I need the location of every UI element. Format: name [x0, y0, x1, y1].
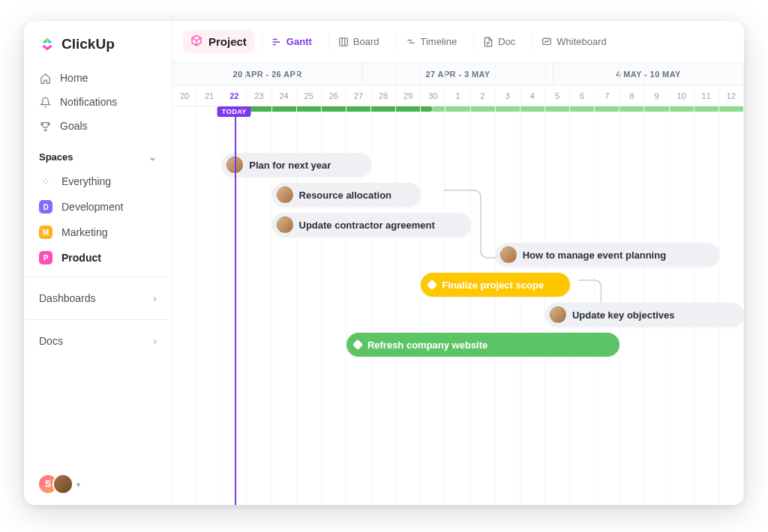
sidebar: ClickUp Home Notifications Goals Spaces …: [24, 21, 172, 505]
day-cell: 1: [446, 85, 470, 106]
task-label: Finalize project scope: [442, 279, 544, 291]
task-bar[interactable]: How to manage event planning: [496, 243, 719, 267]
sidebar-item-product[interactable]: P Product: [24, 245, 172, 270]
doc-icon: [483, 37, 494, 47]
sidebar-item-marketing[interactable]: M Marketing: [24, 220, 172, 245]
range-label: 20 APR - 26 APR: [172, 63, 363, 85]
range-label: 27 APR - 3 MAY: [363, 63, 554, 85]
task-label: Update key objectives: [572, 309, 675, 321]
day-cell: 9: [644, 85, 669, 106]
chevron-down-icon: ▾: [76, 480, 80, 489]
spaces-label: Spaces: [39, 151, 74, 163]
milestone-icon: [352, 339, 363, 350]
assignee-avatar: [500, 247, 517, 263]
day-cell: 24: [272, 85, 297, 106]
trophy-icon: [39, 120, 51, 132]
day-cell: 30: [421, 85, 446, 106]
topbar: Project Gantt Board Timeline Doc Whitebo…: [172, 21, 744, 63]
section-label: Docs: [39, 335, 63, 347]
day-cell: 2: [471, 85, 496, 106]
tab-label: Gantt: [286, 36, 312, 47]
task-bar[interactable]: Resource allocation: [272, 183, 422, 207]
today-badge: TODAY: [218, 106, 251, 117]
today-marker: [235, 106, 236, 505]
day-cell: 5: [545, 85, 570, 106]
day-cell: 23: [247, 85, 272, 106]
whiteboard-icon: [542, 37, 552, 47]
svg-rect-0: [340, 37, 348, 46]
main-panel: Project Gantt Board Timeline Doc Whitebo…: [172, 21, 744, 505]
nav-goals[interactable]: Goals: [24, 114, 172, 138]
app-window: ClickUp Home Notifications Goals Spaces …: [24, 21, 744, 505]
date-range-header: 20 APR - 26 APR 27 APR - 3 MAY 4 MAY - 1…: [172, 63, 744, 85]
nav-label: Notifications: [60, 96, 117, 108]
view-tab-board[interactable]: Board: [328, 31, 388, 52]
space-badge: M: [39, 226, 52, 239]
avatar: [52, 474, 74, 495]
progress-strip: [172, 106, 744, 112]
view-tab-whiteboard[interactable]: Whiteboard: [532, 31, 615, 52]
task-label: Refresh company website: [368, 339, 488, 351]
chevron-right-icon: ›: [153, 292, 157, 304]
user-avatars[interactable]: S ▾: [38, 474, 80, 495]
tab-label: Whiteboard: [556, 36, 606, 47]
project-title[interactable]: Project: [183, 30, 254, 53]
chevron-right-icon: ›: [153, 335, 157, 347]
task-label: Plan for next year: [249, 160, 331, 171]
home-icon: [39, 72, 51, 84]
space-badge: D: [39, 200, 52, 214]
logo-icon: [39, 36, 56, 52]
view-tab-timeline[interactable]: Timeline: [396, 31, 466, 52]
nav-label: Home: [60, 72, 88, 84]
task-bar[interactable]: Plan for next year: [222, 153, 371, 177]
project-label: Project: [208, 35, 247, 48]
day-cell: 11: [694, 85, 719, 106]
day-cell: 7: [595, 85, 620, 106]
task-bar[interactable]: Update key objectives: [545, 303, 744, 327]
day-cell: 20: [172, 85, 197, 106]
day-cell: 25: [297, 85, 322, 106]
day-header-row: 202122TODAY23242526272829301234567891011…: [172, 85, 744, 106]
sidebar-item-dashboards[interactable]: Dashboards ›: [24, 283, 172, 313]
nav-notifications[interactable]: Notifications: [24, 90, 172, 114]
view-tab-gantt[interactable]: Gantt: [262, 31, 321, 52]
day-cell: 29: [396, 85, 421, 106]
day-cell: 22TODAY: [222, 85, 247, 106]
sidebar-item-everything[interactable]: ⁘ Everything: [24, 169, 172, 194]
tab-label: Doc: [498, 36, 515, 47]
day-cell: 26: [322, 85, 346, 106]
timeline-icon: [406, 37, 416, 47]
assignee-avatar: [277, 187, 293, 203]
gantt-chart: 20 APR - 26 APR 27 APR - 3 MAY 4 MAY - 1…: [172, 63, 744, 505]
board-icon: [338, 37, 349, 47]
bell-icon: [39, 96, 51, 108]
cube-icon: [190, 34, 202, 49]
task-bar[interactable]: Finalize project scope: [421, 273, 570, 297]
task-bar[interactable]: Update contractor agreement: [272, 213, 471, 237]
brand-logo[interactable]: ClickUp: [24, 31, 172, 66]
milestone-icon: [427, 279, 437, 290]
nav-home[interactable]: Home: [24, 66, 172, 90]
day-cell: 10: [670, 85, 694, 106]
tab-label: Timeline: [421, 36, 458, 47]
nav-label: Goals: [60, 120, 88, 132]
grid-icon: ⁘: [39, 175, 52, 188]
divider: [24, 319, 172, 320]
space-label: Marketing: [62, 226, 107, 238]
section-label: Dashboards: [39, 292, 96, 304]
task-label: Resource allocation: [299, 190, 392, 201]
space-label: Everything: [62, 175, 111, 187]
view-tab-doc[interactable]: Doc: [473, 31, 524, 52]
space-label: Product: [62, 252, 101, 264]
day-cell: 8: [620, 85, 644, 106]
gantt-icon: [272, 37, 282, 47]
sidebar-item-docs[interactable]: Docs ›: [24, 326, 172, 356]
range-label: 4 MAY - 10 MAY: [554, 63, 744, 85]
spaces-section-header[interactable]: Spaces ⌄: [24, 138, 172, 169]
day-cell: 4: [520, 85, 545, 106]
task-bar[interactable]: Refresh company website: [346, 333, 620, 357]
sidebar-item-development[interactable]: D Development: [24, 194, 172, 220]
day-cell: 27: [346, 85, 371, 106]
space-badge: P: [39, 251, 52, 265]
chevron-down-icon: ⌄: [148, 151, 157, 163]
